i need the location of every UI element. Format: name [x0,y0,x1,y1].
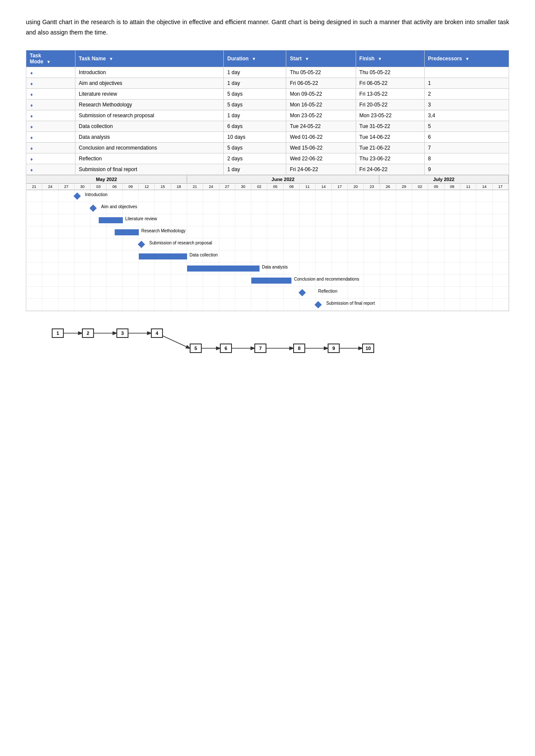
task-mode-cell: ⬧ [26,153,75,164]
task-start-cell: Tue 24-05-22 [286,121,356,131]
col-header-task-name[interactable]: Task Name ▼ [75,50,224,67]
gantt-bar [139,253,187,259]
gantt-day-cell: 27 [59,184,75,190]
task-pred-cell [424,67,509,78]
task-pred-cell: 7 [424,142,509,153]
network-node: 4 [151,328,163,338]
gantt-day-cell: 18 [171,184,187,190]
col-header-duration[interactable]: Duration ▼ [224,50,286,67]
table-row: ⬧ Submission of final report 1 day Fri 2… [26,164,509,175]
task-mode-icon: ⬧ [30,123,33,130]
gantt-chart-row: Submission of final report [26,299,509,311]
task-mode-icon: ⬧ [30,69,33,76]
task-finish-cell: Tue 14-06-22 [356,131,424,142]
gantt-bar [99,217,123,223]
gantt-chart-section: May 2022June 2022July 202221242730030609… [26,175,509,311]
task-name-cell: Submission of research proposal [75,110,224,121]
task-mode-icon: ⬧ [30,101,33,108]
network-node: 2 [82,328,94,338]
task-duration-cell: 6 days [224,121,286,131]
task-mode-cell: ⬧ [26,110,75,121]
task-duration-cell: 1 day [224,164,286,175]
gantt-chart-row: Introduction [26,190,509,202]
task-name-cell: Data collection [75,121,224,131]
task-pred-cell: 6 [424,131,509,142]
gantt-day-cell: 05 [267,184,283,190]
gantt-day-cell: 20 [348,184,364,190]
task-pred-cell: 2 [424,88,509,99]
task-mode-cell: ⬧ [26,131,75,142]
task-mode-cell: ⬧ [26,121,75,131]
network-node: 9 [328,344,340,353]
task-finish-cell: Tue 31-05-22 [356,121,424,131]
gantt-day-cell: 08 [284,184,300,190]
task-duration-cell: 10 days [224,131,286,142]
gantt-bar-label: Literature review [125,216,157,221]
gantt-bar-label: Data collection [190,253,218,257]
gantt-table: TaskMode ▼ Task Name ▼ Duration ▼ Start … [26,50,509,175]
gantt-day-cell: 17 [493,184,509,190]
gantt-day-cell: 11 [460,184,476,190]
task-name-cell: Research Methodology [75,99,224,110]
task-start-cell: Mon 09-05-22 [286,88,356,99]
task-finish-cell: Fri 20-05-22 [356,99,424,110]
task-name-cell: Aim and objectives [75,78,224,88]
task-name-cell: Introduction [75,67,224,78]
task-pred-cell: 9 [424,164,509,175]
network-node: 8 [293,344,305,353]
col-header-task-mode[interactable]: TaskMode ▼ [26,50,75,67]
gantt-day-cell: 02 [251,184,267,190]
gantt-bar [251,278,291,284]
gantt-bar-label: Introduction [85,192,107,197]
task-finish-cell: Fri 24-06-22 [356,164,424,175]
network-node: 1 [52,328,64,338]
gantt-chart-row: Data analysis [26,262,509,275]
task-finish-cell: Mon 23-05-22 [356,110,424,121]
gantt-day-cell: 26 [380,184,396,190]
task-duration-cell: 5 days [224,99,286,110]
gantt-chart-row: Data collection [26,250,509,262]
gantt-day-cell: 11 [300,184,316,190]
table-row: ⬧ Submission of research proposal 1 day … [26,110,509,121]
task-duration-cell: 5 days [224,88,286,99]
sort-icon-finish: ▼ [378,56,382,61]
table-row: ⬧ Data analysis 10 days Wed 01-06-22 Tue… [26,131,509,142]
gantt-day-cell: 27 [219,184,235,190]
gantt-day-cell: 09 [123,184,139,190]
sort-icon-duration: ▼ [252,56,256,61]
table-row: ⬧ Literature review 5 days Mon 09-05-22 … [26,88,509,99]
task-finish-cell: Fri 13-05-22 [356,88,424,99]
gantt-month-cell: July 2022 [379,175,509,183]
task-name-cell: Data analysis [75,131,224,142]
gantt-day-cell: 02 [412,184,428,190]
network-node: 10 [362,344,374,353]
task-pred-cell: 3 [424,99,509,110]
table-row: ⬧ Data collection 6 days Tue 24-05-22 Tu… [26,121,509,131]
task-mode-cell: ⬧ [26,67,75,78]
task-pred-cell: 5 [424,121,509,131]
gantt-day-cell: 06 [106,184,122,190]
gantt-table-section: TaskMode ▼ Task Name ▼ Duration ▼ Start … [26,50,509,175]
gantt-month-cell: May 2022 [26,175,187,183]
network-diagram: 12345678910 [26,320,509,372]
gantt-day-cell: 30 [235,184,251,190]
col-header-finish[interactable]: Finish ▼ [356,50,424,67]
task-finish-cell: Thu 23-06-22 [356,153,424,164]
task-duration-cell: 2 days [224,153,286,164]
gantt-day-cell: 03 [91,184,106,190]
task-name-cell: Submission of final report [75,164,224,175]
col-header-start[interactable]: Start ▼ [286,50,356,67]
task-duration-cell: 1 day [224,67,286,78]
network-svg [26,320,509,372]
table-row: ⬧ Introduction 1 day Thu 05-05-22 Thu 05… [26,67,509,78]
task-duration-cell: 5 days [224,142,286,153]
gantt-chart-row: Reflection [26,287,509,299]
gantt-bar-label: Aim and objectives [101,204,137,209]
network-node: 7 [254,344,266,353]
table-row: ⬧ Research Methodology 5 days Mon 16-05-… [26,99,509,110]
gantt-day-cell: 21 [187,184,203,190]
gantt-bar-label: Data analysis [262,265,288,269]
gantt-day-cell: 17 [332,184,348,190]
col-header-predecessors[interactable]: Predecessors ▼ [424,50,509,67]
gantt-bar [187,266,260,272]
